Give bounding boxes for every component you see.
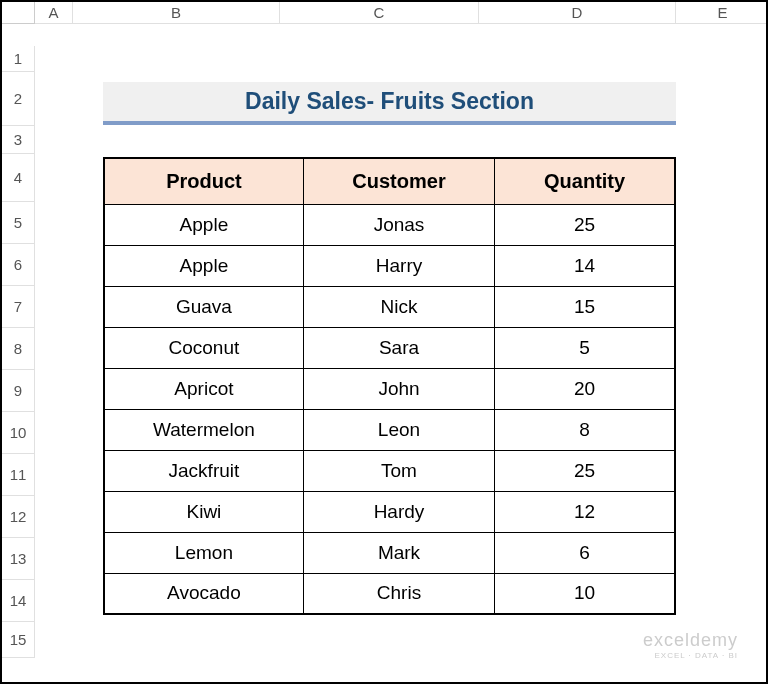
cell-quantity[interactable]: 6 [495,532,675,573]
cell-product[interactable]: Kiwi [104,491,303,532]
select-all-corner[interactable] [2,2,35,24]
table-row: KiwiHardy12 [104,491,675,532]
table-row: AvocadoChris10 [104,573,675,614]
title-cell[interactable]: Daily Sales- Fruits Section [103,82,676,125]
watermark-sub: EXCEL · DATA · BI [643,651,738,660]
table-row: AppleHarry14 [104,245,675,286]
table-row: CoconutSara5 [104,327,675,368]
cell-quantity[interactable]: 14 [495,245,675,286]
row-header-13[interactable]: 13 [2,538,35,580]
cell-quantity[interactable]: 25 [495,450,675,491]
row-header-10[interactable]: 10 [2,412,35,454]
cell-customer[interactable]: Jonas [303,204,494,245]
sheet-content[interactable]: Daily Sales- Fruits Section Product Cust… [35,46,768,658]
cell-product[interactable]: Guava [104,286,303,327]
row-header-11[interactable]: 11 [2,454,35,496]
cell-customer[interactable]: Nick [303,286,494,327]
cell-product[interactable]: Apple [104,204,303,245]
watermark: exceldemy EXCEL · DATA · BI [643,630,738,660]
header-product[interactable]: Product [104,158,303,204]
cell-product[interactable]: Lemon [104,532,303,573]
header-customer[interactable]: Customer [303,158,494,204]
row-header-1[interactable]: 1 [2,46,35,72]
cell-quantity[interactable]: 8 [495,409,675,450]
row-header-8[interactable]: 8 [2,328,35,370]
col-header-e[interactable]: E [676,2,768,24]
col-header-b[interactable]: B [73,2,280,24]
col-header-c[interactable]: C [280,2,479,24]
cell-quantity[interactable]: 15 [495,286,675,327]
row-header-6[interactable]: 6 [2,244,35,286]
table-row: JackfruitTom25 [104,450,675,491]
cell-quantity[interactable]: 12 [495,491,675,532]
cell-customer[interactable]: Chris [303,573,494,614]
header-quantity[interactable]: Quantity [495,158,675,204]
row-headers: 1 2 3 4 5 6 7 8 9 10 11 12 13 14 15 [2,46,35,658]
cell-customer[interactable]: Tom [303,450,494,491]
row-header-2[interactable]: 2 [2,72,35,126]
table-row: AppleJonas25 [104,204,675,245]
row-header-15[interactable]: 15 [2,622,35,658]
cell-customer[interactable]: Sara [303,327,494,368]
row-header-12[interactable]: 12 [2,496,35,538]
cell-customer[interactable]: John [303,368,494,409]
sales-table: Product Customer Quantity AppleJonas25 A… [103,157,676,615]
row-header-5[interactable]: 5 [2,202,35,244]
cell-quantity[interactable]: 20 [495,368,675,409]
table-header-row: Product Customer Quantity [104,158,675,204]
table-row: ApricotJohn20 [104,368,675,409]
sheet-title: Daily Sales- Fruits Section [245,88,534,115]
table-row: GuavaNick15 [104,286,675,327]
table-row: LemonMark6 [104,532,675,573]
cell-product[interactable]: Jackfruit [104,450,303,491]
cell-customer[interactable]: Mark [303,532,494,573]
row-header-9[interactable]: 9 [2,370,35,412]
row-header-14[interactable]: 14 [2,580,35,622]
table-body: AppleJonas25 AppleHarry14 GuavaNick15 Co… [104,204,675,614]
cell-quantity[interactable]: 25 [495,204,675,245]
col-header-a[interactable]: A [35,2,73,24]
cell-customer[interactable]: Hardy [303,491,494,532]
column-headers-row: A B C D E [2,2,766,46]
cell-product[interactable]: Apricot [104,368,303,409]
row-header-7[interactable]: 7 [2,286,35,328]
cell-quantity[interactable]: 5 [495,327,675,368]
cell-product[interactable]: Coconut [104,327,303,368]
table-row: WatermelonLeon8 [104,409,675,450]
col-header-d[interactable]: D [479,2,676,24]
cell-product[interactable]: Avocado [104,573,303,614]
watermark-main: exceldemy [643,630,738,651]
cell-customer[interactable]: Leon [303,409,494,450]
cell-product[interactable]: Apple [104,245,303,286]
cell-customer[interactable]: Harry [303,245,494,286]
cell-quantity[interactable]: 10 [495,573,675,614]
cell-product[interactable]: Watermelon [104,409,303,450]
row-header-3[interactable]: 3 [2,126,35,154]
row-header-4[interactable]: 4 [2,154,35,202]
